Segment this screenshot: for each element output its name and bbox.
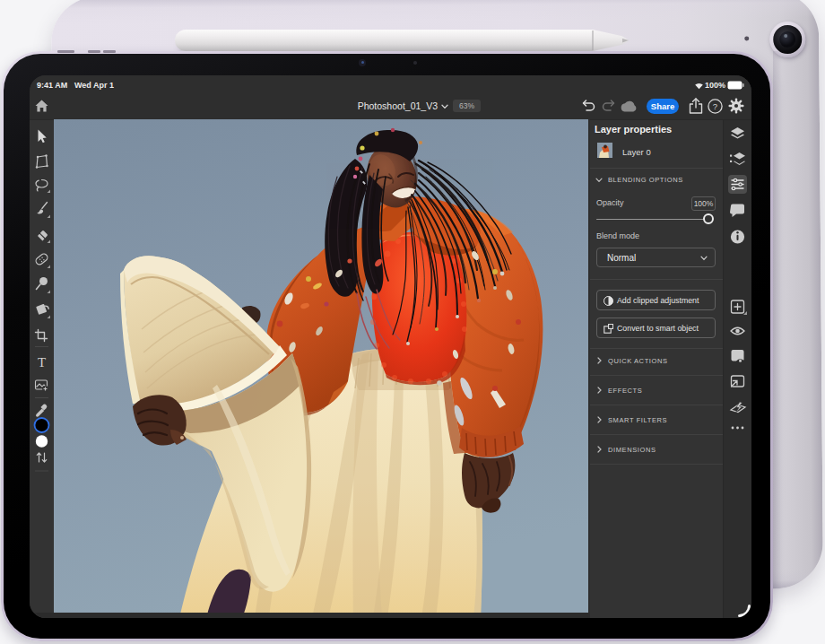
svg-text:T: T — [38, 355, 46, 370]
svg-text:?: ? — [713, 101, 717, 111]
